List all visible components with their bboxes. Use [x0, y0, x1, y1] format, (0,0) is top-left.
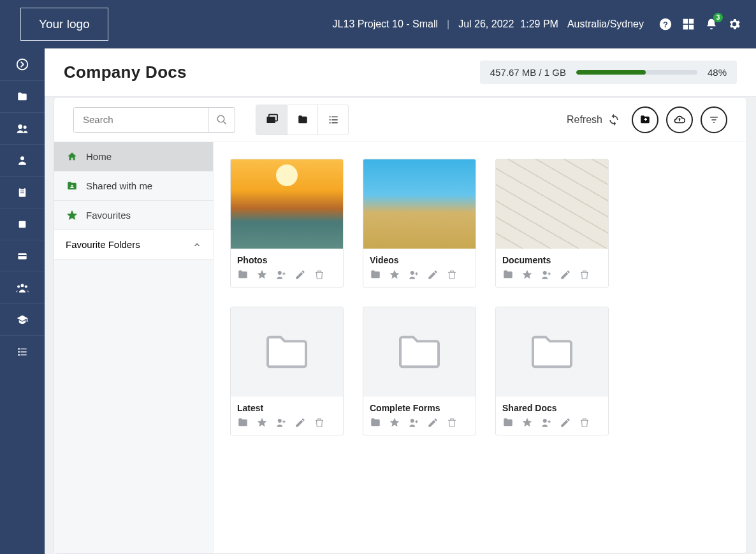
folder-icon[interactable]: [237, 417, 249, 428]
search-input[interactable]: [74, 108, 208, 132]
edit-icon[interactable]: [427, 269, 439, 281]
svg-rect-2: [683, 19, 688, 24]
logo[interactable]: Your logo: [20, 8, 108, 41]
trash-icon[interactable]: [579, 417, 590, 428]
timezone-text[interactable]: Australia/Sydney: [567, 18, 644, 30]
trash-icon[interactable]: [314, 269, 325, 281]
sidepane-shared-label: Shared with me: [86, 180, 152, 191]
folder-card[interactable]: Shared Docs: [495, 307, 609, 435]
rail-person-icon[interactable]: [0, 144, 45, 176]
share-icon[interactable]: [408, 269, 419, 281]
star-icon[interactable]: [256, 417, 268, 428]
folder-icon[interactable]: [370, 269, 381, 281]
sidepane-home-label: Home: [86, 151, 112, 162]
svg-point-24: [18, 354, 20, 356]
edit-icon[interactable]: [294, 417, 306, 428]
gear-icon[interactable]: [727, 17, 742, 32]
folder-card[interactable]: Documents: [495, 159, 609, 288]
folder-actions: [363, 269, 476, 287]
share-icon[interactable]: [541, 417, 552, 428]
view-list-button[interactable]: [317, 105, 348, 135]
rail-folder-icon[interactable]: [0, 80, 45, 112]
apps-icon[interactable]: [681, 17, 696, 32]
time-text: 1:29 PM: [520, 18, 558, 30]
help-icon[interactable]: ?: [658, 17, 673, 32]
svg-point-20: [18, 348, 20, 350]
folder-card[interactable]: Latest: [230, 307, 344, 435]
rail-graduation-icon[interactable]: [0, 303, 45, 335]
folder-icon[interactable]: [502, 417, 514, 428]
share-icon[interactable]: [275, 269, 287, 281]
edit-icon[interactable]: [560, 417, 571, 428]
trash-icon[interactable]: [579, 269, 590, 281]
svg-rect-37: [710, 117, 718, 117]
rail-arrow-icon[interactable]: [0, 48, 45, 80]
filter-button[interactable]: [701, 106, 727, 133]
edit-icon[interactable]: [560, 269, 571, 281]
folder-card[interactable]: Complete Forms: [363, 307, 476, 435]
share-icon[interactable]: [275, 417, 287, 428]
edit-icon[interactable]: [427, 417, 439, 428]
folder-card[interactable]: Videos: [363, 159, 476, 288]
folder-actions: [231, 269, 343, 287]
folder-name: Videos: [363, 249, 476, 269]
sidepane-favourites[interactable]: Favourites: [54, 201, 213, 230]
sidepane-shared[interactable]: Shared with me: [54, 171, 213, 201]
star-icon[interactable]: [389, 417, 400, 428]
refresh-button[interactable]: Refresh: [567, 113, 620, 126]
svg-point-44: [278, 419, 282, 423]
folder-card[interactable]: Photos: [230, 159, 344, 288]
folder-actions: [496, 269, 608, 287]
svg-rect-13: [20, 193, 24, 193]
project-name[interactable]: JL13 Project 10 - Small: [333, 18, 438, 30]
folder-icon[interactable]: [502, 269, 514, 281]
favourite-folders-section[interactable]: Favourite Folders: [54, 230, 213, 259]
star-icon[interactable]: [521, 417, 533, 428]
view-gallery-button[interactable]: [256, 105, 287, 135]
page-title: Company Docs: [64, 62, 187, 82]
share-icon[interactable]: [408, 417, 419, 428]
svg-point-26: [217, 115, 224, 122]
search-button[interactable]: [208, 108, 235, 132]
rail-square-icon[interactable]: [0, 208, 45, 240]
folder-grid: PhotosVideosDocumentsLatestComplete Form…: [214, 142, 746, 553]
folder-icon[interactable]: [370, 417, 381, 428]
rail-card-icon[interactable]: [0, 240, 45, 272]
folder-name: Documents: [496, 249, 608, 269]
svg-rect-34: [331, 122, 337, 123]
trash-icon[interactable]: [314, 417, 325, 428]
svg-rect-23: [20, 351, 26, 352]
upload-button[interactable]: [666, 106, 693, 133]
rail-list-icon[interactable]: [0, 335, 45, 367]
notification-badge: 3: [713, 13, 723, 22]
trash-icon[interactable]: [446, 269, 458, 281]
folder-thumbnail: [496, 307, 608, 397]
svg-point-6: [17, 59, 28, 70]
folder-name: Photos: [231, 249, 343, 269]
share-icon[interactable]: [541, 269, 552, 281]
folder-icon[interactable]: [237, 269, 249, 281]
svg-rect-21: [20, 348, 26, 349]
svg-rect-3: [689, 19, 694, 24]
new-folder-button[interactable]: [632, 106, 658, 133]
star-icon[interactable]: [389, 269, 400, 281]
left-rail: [0, 48, 45, 554]
sidepane-home[interactable]: Home: [54, 142, 213, 171]
edit-icon[interactable]: [294, 269, 306, 281]
trash-icon[interactable]: [446, 417, 458, 428]
rail-clipboard-icon[interactable]: [0, 176, 45, 208]
star-icon[interactable]: [521, 269, 533, 281]
svg-rect-14: [19, 221, 26, 228]
svg-rect-16: [18, 255, 26, 256]
rail-people-icon[interactable]: [0, 112, 45, 144]
rail-group-icon[interactable]: [0, 272, 45, 303]
star-icon[interactable]: [256, 269, 268, 281]
view-mode-toggle: [256, 105, 349, 135]
bell-icon[interactable]: 3: [704, 17, 719, 32]
storage-text: 457.67 MB / 1 GB: [490, 67, 566, 78]
folder-actions: [231, 417, 343, 435]
view-folder-button[interactable]: [287, 105, 317, 135]
svg-point-18: [17, 285, 20, 288]
storage-progress: [576, 70, 697, 75]
svg-point-8: [24, 126, 27, 129]
